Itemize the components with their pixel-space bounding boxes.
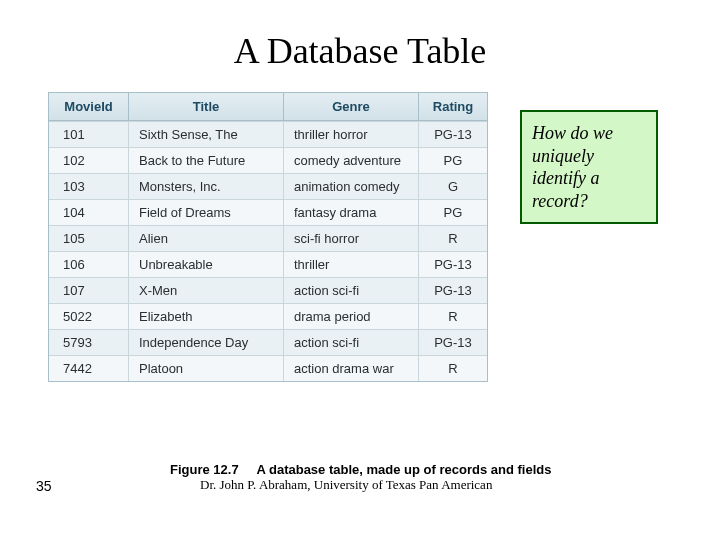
cell-movieid: 5793 bbox=[49, 330, 129, 355]
cell-movieid: 7442 bbox=[49, 356, 129, 381]
cell-movieid: 105 bbox=[49, 226, 129, 251]
figure-text: A database table, made up of records and… bbox=[256, 462, 551, 477]
cell-rating: G bbox=[419, 174, 487, 199]
cell-movieid: 101 bbox=[49, 122, 129, 147]
cell-genre: action sci-fi bbox=[284, 330, 419, 355]
table-body: 101Sixth Sense, Thethriller horrorPG-131… bbox=[49, 121, 487, 381]
cell-genre: thriller horror bbox=[284, 122, 419, 147]
cell-genre: action drama war bbox=[284, 356, 419, 381]
cell-movieid: 102 bbox=[49, 148, 129, 173]
table-row: 102Back to the Futurecomedy adventurePG bbox=[49, 147, 487, 173]
db-table: MovieId Title Genre Rating 101Sixth Sens… bbox=[48, 92, 488, 382]
table-row: 101Sixth Sense, Thethriller horrorPG-13 bbox=[49, 121, 487, 147]
col-rating: Rating bbox=[419, 93, 487, 120]
cell-rating: PG-13 bbox=[419, 278, 487, 303]
page-title: A Database Table bbox=[0, 30, 720, 72]
cell-rating: R bbox=[419, 226, 487, 251]
cell-movieid: 106 bbox=[49, 252, 129, 277]
table-row: 107X-Menaction sci-fiPG-13 bbox=[49, 277, 487, 303]
table-row: 7442Platoonaction drama warR bbox=[49, 355, 487, 381]
cell-rating: PG-13 bbox=[419, 330, 487, 355]
cell-title: Independence Day bbox=[129, 330, 284, 355]
cell-title: X-Men bbox=[129, 278, 284, 303]
cell-rating: PG-13 bbox=[419, 252, 487, 277]
attribution: Dr. John P. Abraham, University of Texas… bbox=[200, 477, 492, 493]
cell-genre: comedy adventure bbox=[284, 148, 419, 173]
page-number: 35 bbox=[36, 478, 52, 494]
col-movieid: MovieId bbox=[49, 93, 129, 120]
cell-movieid: 107 bbox=[49, 278, 129, 303]
cell-movieid: 5022 bbox=[49, 304, 129, 329]
cell-genre: animation comedy bbox=[284, 174, 419, 199]
table-row: 5793Independence Dayaction sci-fiPG-13 bbox=[49, 329, 487, 355]
col-genre: Genre bbox=[284, 93, 419, 120]
cell-title: Sixth Sense, The bbox=[129, 122, 284, 147]
cell-genre: action sci-fi bbox=[284, 278, 419, 303]
cell-movieid: 103 bbox=[49, 174, 129, 199]
table-row: 105Aliensci-fi horrorR bbox=[49, 225, 487, 251]
table-row: 104Field of Dreamsfantasy dramaPG bbox=[49, 199, 487, 225]
table-row: 106UnbreakablethrillerPG-13 bbox=[49, 251, 487, 277]
col-title: Title bbox=[129, 93, 284, 120]
cell-rating: PG bbox=[419, 148, 487, 173]
cell-rating: R bbox=[419, 304, 487, 329]
slide: A Database Table MovieId Title Genre Rat… bbox=[0, 0, 720, 540]
callout-question: How do we uniquely identify a record? bbox=[520, 110, 658, 224]
cell-movieid: 104 bbox=[49, 200, 129, 225]
cell-genre: sci-fi horror bbox=[284, 226, 419, 251]
table-row: 5022Elizabethdrama periodR bbox=[49, 303, 487, 329]
cell-title: Back to the Future bbox=[129, 148, 284, 173]
cell-genre: fantasy drama bbox=[284, 200, 419, 225]
cell-rating: R bbox=[419, 356, 487, 381]
cell-title: Platoon bbox=[129, 356, 284, 381]
figure-label: Figure 12.7 bbox=[170, 462, 239, 477]
cell-rating: PG-13 bbox=[419, 122, 487, 147]
cell-genre: thriller bbox=[284, 252, 419, 277]
cell-title: Alien bbox=[129, 226, 284, 251]
cell-title: Field of Dreams bbox=[129, 200, 284, 225]
cell-rating: PG bbox=[419, 200, 487, 225]
cell-title: Unbreakable bbox=[129, 252, 284, 277]
cell-genre: drama period bbox=[284, 304, 419, 329]
table-row: 103Monsters, Inc.animation comedyG bbox=[49, 173, 487, 199]
cell-title: Monsters, Inc. bbox=[129, 174, 284, 199]
cell-title: Elizabeth bbox=[129, 304, 284, 329]
table-header-row: MovieId Title Genre Rating bbox=[49, 93, 487, 121]
figure-caption: Figure 12.7 A database table, made up of… bbox=[170, 460, 600, 478]
